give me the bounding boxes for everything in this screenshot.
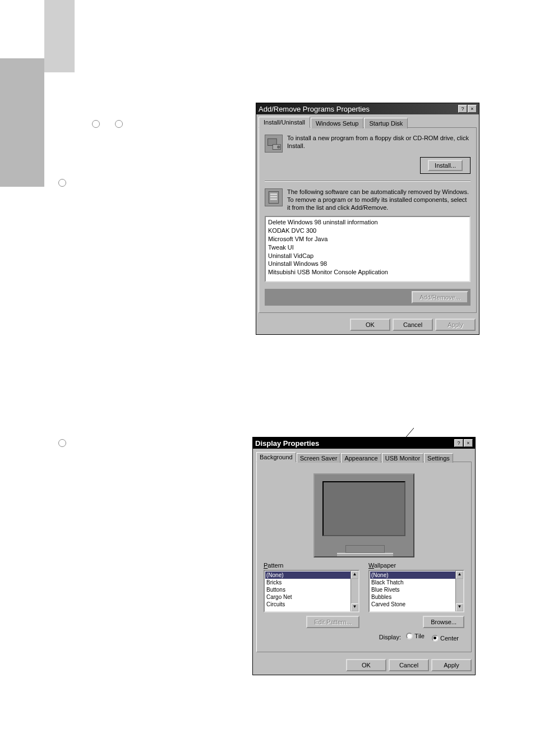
list-item[interactable]: Circuits: [265, 601, 358, 608]
add-remove-button: Add/Remove...: [412, 291, 468, 303]
list-item[interactable]: Carved Stone: [370, 601, 463, 608]
window-title: Display Properties: [255, 439, 454, 448]
add-remove-programs-dialog: Add/Remove Programs Properties ? × Insta…: [256, 103, 479, 335]
circle-icon: [58, 179, 66, 187]
tab-panel: To install a new program from a floppy d…: [259, 127, 477, 313]
circle-icon: [115, 120, 123, 128]
scrollbar[interactable]: ▲▼: [455, 571, 463, 611]
dialog-buttons: OK Cancel Apply: [253, 656, 475, 675]
list-item[interactable]: (None): [370, 571, 463, 579]
tab-background[interactable]: Background: [256, 452, 296, 462]
bullet: [58, 177, 69, 187]
tabs: Install/Uninstall Windows Setup Startup …: [259, 117, 477, 127]
tab-install-uninstall[interactable]: Install/Uninstall: [259, 117, 310, 128]
edit-pattern-button: Edit Pattern...: [306, 616, 359, 628]
window-title: Add/Remove Programs Properties: [259, 105, 458, 113]
close-button[interactable]: ×: [468, 105, 477, 113]
tab-windows-setup[interactable]: Windows Setup: [311, 118, 363, 128]
list-item[interactable]: Delete Windows 98 uninstall information: [267, 218, 468, 227]
tab-startup-disk[interactable]: Startup Disk: [364, 118, 408, 128]
list-item[interactable]: Uninstall Windows 98: [267, 260, 468, 268]
circle-icon: [92, 120, 100, 128]
list-item[interactable]: Bricks: [265, 579, 358, 586]
monitor-base: [337, 553, 393, 556]
tab-settings[interactable]: Settings: [424, 453, 453, 463]
programs-list[interactable]: Delete Windows 98 uninstall information …: [265, 216, 471, 282]
tabs: Background Screen Saver Appearance USB M…: [256, 452, 472, 462]
tab-usb-monitor[interactable]: USB Monitor: [382, 453, 423, 463]
list-item[interactable]: (None): [265, 571, 358, 579]
decorative-block-left: [0, 58, 44, 187]
apply-button[interactable]: Apply: [431, 659, 472, 671]
pattern-label: Pattern: [264, 562, 359, 569]
titlebar[interactable]: Display Properties ? ×: [253, 437, 475, 449]
bullet-row: [92, 118, 126, 128]
list-item[interactable]: Black Thatch: [370, 579, 463, 586]
decorative-block-top: [44, 0, 75, 72]
list-item[interactable]: Tweak UI: [267, 243, 468, 252]
svg-rect-7: [270, 199, 277, 200]
display-properties-dialog: Display Properties ? × Background Screen…: [252, 437, 476, 675]
pattern-list[interactable]: (None) Bricks Buttons Cargo Net Circuits…: [264, 570, 359, 612]
scrollbar[interactable]: ▲▼: [350, 571, 358, 611]
monitor-stand: [345, 545, 385, 553]
browse-button[interactable]: Browse...: [423, 616, 464, 628]
divider: [265, 181, 471, 182]
preview-screen: [322, 481, 405, 536]
svg-rect-6: [270, 196, 277, 197]
list-item[interactable]: Buttons: [265, 586, 358, 593]
titlebar[interactable]: Add/Remove Programs Properties ? ×: [256, 103, 479, 114]
cancel-button[interactable]: Cancel: [389, 659, 429, 671]
ok-button[interactable]: OK: [350, 319, 390, 331]
svg-point-3: [277, 146, 280, 149]
install-icon: [265, 135, 283, 153]
display-label: Display:: [379, 634, 401, 640]
center-radio[interactable]: Center: [432, 635, 459, 642]
wallpaper-list[interactable]: (None) Black Thatch Blue Rivets Bubbles …: [368, 570, 464, 612]
list-item[interactable]: Microsoft VM for Java: [267, 235, 468, 243]
tile-radio[interactable]: Tile: [406, 633, 425, 639]
remove-description: The following software can be automatica…: [287, 188, 471, 211]
wallpaper-label: Wallpaper: [368, 562, 464, 569]
apply-button: Apply: [435, 319, 476, 331]
list-item[interactable]: Uninstall VidCap: [267, 252, 468, 260]
list-item[interactable]: Mitsubishi USB Monitor Console Applicati…: [267, 268, 468, 276]
install-button[interactable]: Install...: [420, 157, 471, 174]
cancel-button[interactable]: Cancel: [393, 319, 433, 331]
list-item[interactable]: Cargo Net: [265, 593, 358, 601]
close-button[interactable]: ×: [464, 439, 473, 447]
tab-panel: Pattern (None) Bricks Buttons Cargo Net …: [256, 462, 472, 652]
tab-screen-saver[interactable]: Screen Saver: [297, 453, 341, 463]
install-description: To install a new program from a floppy d…: [287, 135, 471, 150]
dialog-buttons: OK Cancel Apply: [256, 315, 479, 334]
circle-icon: [58, 439, 66, 447]
ok-button[interactable]: OK: [346, 659, 386, 671]
list-item[interactable]: Bubbles: [370, 593, 463, 601]
svg-rect-5: [270, 193, 277, 195]
list-item[interactable]: Blue Rivets: [370, 586, 463, 593]
remove-icon: [265, 188, 283, 206]
bullet: [58, 437, 69, 448]
help-button[interactable]: ?: [454, 439, 463, 447]
list-item[interactable]: KODAK DVC 300: [267, 227, 468, 235]
monitor-preview: [313, 473, 414, 557]
tab-appearance[interactable]: Appearance: [341, 453, 381, 463]
help-button[interactable]: ?: [458, 105, 467, 113]
